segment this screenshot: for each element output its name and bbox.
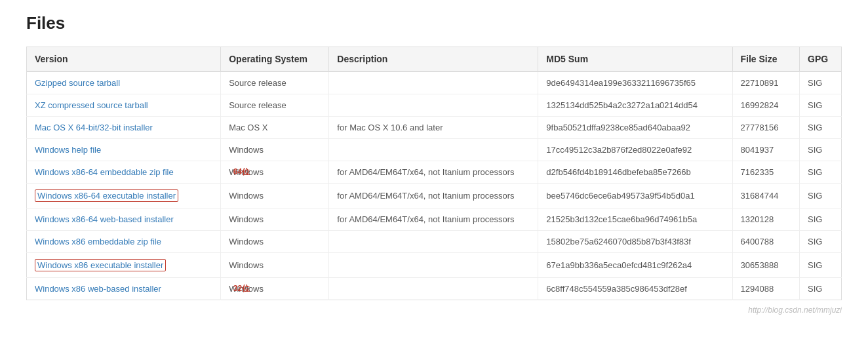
table-row: Windows x86-64 embeddable zip file64位Win… [27,161,842,184]
header-os: Operating System [221,47,329,72]
size-cell: 1320128 [732,208,800,231]
version-link[interactable]: Windows x86 executable installer [37,260,163,270]
os-cell: Windows [221,253,329,278]
md5-cell: d2fb546fd4b189146dbefeba85e7266b [538,161,732,184]
table-row: Windows x86 web-based installer32位Window… [27,278,842,300]
desc-cell [329,139,538,161]
os-cell: Windows [221,139,329,161]
gpg-cell: SIG [800,184,842,208]
desc-cell [329,278,538,300]
version-link[interactable]: Mac OS X 64-bit/32-bit installer [35,123,153,132]
header-size: File Size [732,47,800,72]
os-cell: Windows [221,231,329,253]
gpg-cell: SIG [800,208,842,231]
md5-cell: 6c8ff748c554559a385c986453df28ef [538,278,732,300]
size-cell: 31684744 [732,184,800,208]
desc-cell [329,71,538,94]
version-link[interactable]: Windows x86-64 web-based installer [35,214,174,224]
os-cell: Source release [221,71,329,94]
watermark: http://blog.csdn.net/mmjuzi [26,305,842,315]
desc-cell: for Mac OS X 10.6 and later [329,117,538,139]
gpg-cell: SIG [800,161,842,184]
desc-cell [329,231,538,253]
table-row: Windows x86-64 executable installerWindo… [27,184,842,208]
md5-cell: 9fba50521dffa9238ce85ad640abaa92 [538,117,732,139]
header-desc: Description [329,47,538,72]
gpg-cell: SIG [800,278,842,300]
md5-cell: 1325134dd525b4a2c3272a1a0214dd54 [538,94,732,117]
size-cell: 8041937 [732,139,800,161]
table-row: Windows x86-64 web-based installerWindow… [27,208,842,231]
version-cell: Windows x86-64 executable installer [27,184,221,208]
gpg-cell: SIG [800,117,842,139]
desc-cell [329,94,538,117]
version-link[interactable]: XZ compressed source tarball [35,100,148,110]
version-link[interactable]: Windows help file [35,145,101,155]
table-header-row: Version Operating System Description MD5… [27,47,842,72]
version-cell: Mac OS X 64-bit/32-bit installer [27,117,221,139]
md5-cell: 21525b3d132ce15cae6ba96d74961b5a [538,208,732,231]
md5-cell: 17cc49512c3a2b876f2ed8022e0afe92 [538,139,732,161]
version-cell: Windows help file [27,139,221,161]
size-cell: 6400788 [732,231,800,253]
os-cell: Windows [221,208,329,231]
version-cell: Gzipped source tarball [27,71,221,94]
desc-cell: for AMD64/EM64T/x64, not Itanium process… [329,208,538,231]
table-row: Gzipped source tarballSource release9de6… [27,71,842,94]
size-cell: 16992824 [732,94,800,117]
size-cell: 30653888 [732,253,800,278]
table-row: Windows x86 executable installerWindows6… [27,253,842,278]
header-md5: MD5 Sum [538,47,732,72]
annotation-label: 32位 [233,283,250,294]
os-cell: Windows [221,184,329,208]
desc-cell: for AMD64/EM64T/x64, not Itanium process… [329,161,538,184]
table-row: Windows help fileWindows17cc49512c3a2b87… [27,139,842,161]
version-cell: Windows x86 executable installer [27,253,221,278]
annotation-label: 64位 [233,167,250,178]
md5-cell: bee5746dc6ece6ab49573a9f54b5d0a1 [538,184,732,208]
header-gpg: GPG [800,47,842,72]
md5-cell: 67e1a9bb336a5eca0efcd481c9f262a4 [538,253,732,278]
size-cell: 22710891 [732,71,800,94]
gpg-cell: SIG [800,94,842,117]
md5-cell: 9de6494314ea199e3633211696735f65 [538,71,732,94]
version-link[interactable]: Windows x86 embeddable zip file [35,237,161,246]
version-link[interactable]: Windows x86-64 embeddable zip file [35,167,174,177]
version-link[interactable]: Windows x86 web-based installer [35,284,161,294]
version-link[interactable]: Gzipped source tarball [35,78,120,88]
md5-cell: 15802be75a6246070d85b87b3f43f83f [538,231,732,253]
gpg-cell: SIG [800,253,842,278]
page-title: Files [26,13,842,33]
gpg-cell: SIG [800,71,842,94]
gpg-cell: SIG [800,139,842,161]
table-row: XZ compressed source tarballSource relea… [27,94,842,117]
version-cell: Windows x86-64 embeddable zip file64位 [27,161,221,184]
version-cell: Windows x86 web-based installer32位 [27,278,221,300]
size-cell: 1294088 [732,278,800,300]
table-row: Mac OS X 64-bit/32-bit installerMac OS X… [27,117,842,139]
version-link[interactable]: Windows x86-64 executable installer [37,191,176,201]
gpg-cell: SIG [800,231,842,253]
version-cell: Windows x86-64 web-based installer [27,208,221,231]
files-table: Version Operating System Description MD5… [26,47,842,300]
desc-cell: for AMD64/EM64T/x64, not Itanium process… [329,184,538,208]
version-cell: XZ compressed source tarball [27,94,221,117]
desc-cell [329,253,538,278]
size-cell: 7162335 [732,161,800,184]
table-row: Windows x86 embeddable zip fileWindows15… [27,231,842,253]
header-version: Version [27,47,221,72]
os-cell: Source release [221,94,329,117]
size-cell: 27778156 [732,117,800,139]
os-cell: Mac OS X [221,117,329,139]
version-cell: Windows x86 embeddable zip file [27,231,221,253]
